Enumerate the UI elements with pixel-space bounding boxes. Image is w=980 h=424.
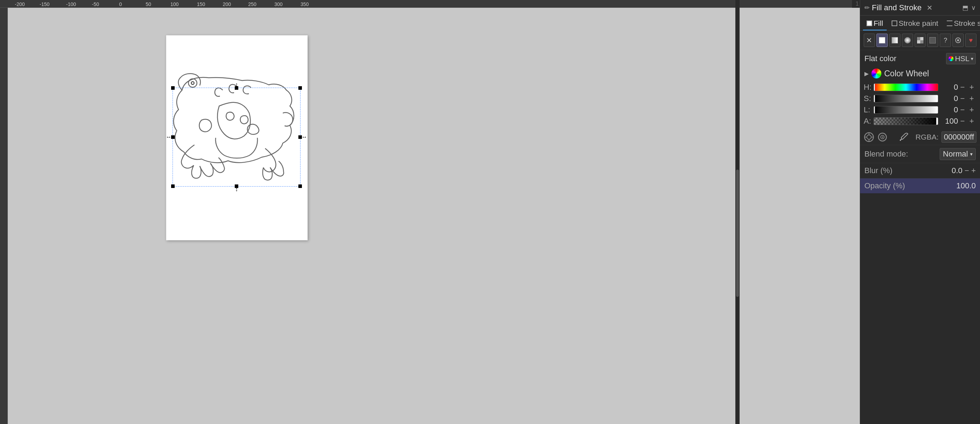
fill-none-button[interactable]: ✕ <box>864 33 875 47</box>
color-harmony-icon[interactable] <box>864 132 874 142</box>
color-model-dot <box>948 56 953 61</box>
slider-h-value: 0 <box>940 83 958 92</box>
fill-stroke-icon: ✏ <box>864 4 870 12</box>
slider-h-thumb[interactable] <box>873 83 875 91</box>
fill-unset-button[interactable]: ♥ <box>965 33 977 47</box>
color-wheel-icon <box>872 68 881 78</box>
svg-point-1 <box>191 82 194 84</box>
blend-mode-dropdown[interactable]: Normal ▾ <box>940 148 976 160</box>
fill-linear-button[interactable] <box>889 33 900 47</box>
ruler-tick: 250 <box>248 2 256 7</box>
slider-a-plus[interactable]: + <box>969 117 977 126</box>
slider-s-minus[interactable]: − <box>960 94 967 103</box>
opacity-value[interactable]: 100.0 <box>956 181 976 191</box>
color-model-label: HSL <box>955 54 969 63</box>
radial-gradient-icon <box>904 37 911 43</box>
document-page: ↕ ↕ ↔ ↔ <box>166 35 307 240</box>
fill-swatch-button[interactable] <box>953 33 964 47</box>
blur-value[interactable]: 0.0 <box>952 166 963 175</box>
panel-header-right: ⬒ ∨ <box>963 4 976 12</box>
svg-point-16 <box>882 137 883 138</box>
scrollbar-track <box>735 0 740 424</box>
blend-mode-label: Blend mode: <box>864 149 908 159</box>
fill-mesh-button[interactable] <box>915 33 926 47</box>
svg-rect-2 <box>917 37 920 40</box>
right-panel: ✏ Fill and Stroke ✕ ⬒ ∨ Fill Stroke pain… <box>860 0 980 424</box>
heart-icon: ♥ <box>969 37 973 44</box>
color-target-icon[interactable] <box>877 132 888 142</box>
fill-radial-button[interactable] <box>902 33 913 47</box>
drawing-svg <box>166 35 307 240</box>
fill-pattern-button[interactable] <box>927 33 938 47</box>
ruler-top: -200 -150 -100 -50 0 50 100 150 200 250 … <box>0 0 860 8</box>
fill-tab-icon <box>867 21 872 26</box>
flat-color-header: Flat color HSL ▾ <box>860 50 980 67</box>
fill-flat-button[interactable] <box>877 33 888 47</box>
slider-s-plus[interactable]: + <box>969 94 977 103</box>
slider-l-thumb[interactable] <box>873 106 875 114</box>
ruler-tick: -100 <box>66 2 76 7</box>
slider-s-thumb[interactable] <box>873 95 875 102</box>
ruler-tick: -50 <box>92 2 99 7</box>
scrollbar-thumb[interactable] <box>736 170 739 297</box>
slider-s-value: 0 <box>940 94 958 103</box>
slider-a-track[interactable] <box>873 117 938 125</box>
blur-row: Blur (%) 0.0 − + <box>860 163 980 178</box>
stroke-paint-label: Stroke paint <box>899 19 938 27</box>
svg-point-9 <box>867 135 872 140</box>
color-harmony-row: RGBA: 000000ff <box>860 129 980 145</box>
blur-plus[interactable]: + <box>971 166 976 175</box>
ruler-tick: 0 <box>119 2 122 7</box>
tab-stroke-paint[interactable]: Stroke paint <box>888 17 942 30</box>
tab-stroke-style[interactable]: Stroke style <box>943 17 980 30</box>
tab-fill[interactable]: Fill <box>863 17 887 30</box>
slider-l-plus[interactable]: + <box>969 105 977 114</box>
svg-point-0 <box>188 79 197 87</box>
svg-rect-3 <box>920 37 923 40</box>
blend-mode-row: Blend mode: Normal ▾ <box>860 145 980 163</box>
flat-color-icon <box>879 37 885 43</box>
slider-h-minus[interactable]: − <box>960 83 967 92</box>
ruler-tick: 50 <box>146 2 151 7</box>
swatch-icon <box>955 37 961 43</box>
panel-expand-icon[interactable]: ⬒ <box>963 4 968 12</box>
panel-title: Fill and Stroke <box>872 3 922 13</box>
slider-a-overlay <box>874 118 938 125</box>
slider-a-label: A: <box>864 117 872 126</box>
color-wheel-chevron: ▶ <box>864 70 869 77</box>
ruler-tick: 350 <box>301 2 309 7</box>
slider-h-plus[interactable]: + <box>969 83 977 92</box>
ruler-tick: -150 <box>40 2 49 7</box>
panel-chevron-icon[interactable]: ∨ <box>971 4 976 12</box>
svg-point-18 <box>900 140 901 141</box>
eyedropper-icon[interactable] <box>899 132 910 142</box>
page-number-icon: 1 <box>856 1 859 7</box>
slider-l-minus[interactable]: − <box>960 105 967 114</box>
fill-unknown-button[interactable]: ? <box>940 33 951 47</box>
svg-point-7 <box>957 39 959 41</box>
slider-a-minus[interactable]: − <box>960 117 967 126</box>
slider-h-track[interactable] <box>873 83 938 91</box>
opacity-controls: 100.0 <box>956 181 976 191</box>
slider-s-track[interactable] <box>873 95 938 102</box>
fill-type-row: ✕ ? <box>860 31 980 50</box>
unknown-icon: ? <box>943 37 947 44</box>
ruler-tick: 200 <box>223 2 231 7</box>
ruler-tick: -200 <box>15 2 25 7</box>
rgba-value[interactable]: 000000ff <box>942 132 977 143</box>
panel-title-area: ✏ Fill and Stroke ✕ <box>864 3 932 13</box>
blur-label: Blur (%) <box>864 166 892 175</box>
panel-close-button[interactable]: ✕ <box>927 3 932 12</box>
blur-minus[interactable]: − <box>964 166 969 175</box>
slider-row-a: A: 100 − + <box>864 117 977 126</box>
rgba-label: RGBA: <box>915 133 938 141</box>
opacity-label: Opacity (%) <box>864 181 905 191</box>
stroke-paint-icon <box>892 21 897 26</box>
corner-indicator: 1 <box>852 0 860 8</box>
color-wheel-row[interactable]: ▶ Color Wheel <box>860 67 980 81</box>
slider-row-l: L: Lightness 0 − + <box>864 105 977 114</box>
linear-gradient-icon <box>892 37 898 43</box>
color-model-dropdown[interactable]: HSL ▾ <box>946 53 976 64</box>
blend-mode-chevron: ▾ <box>970 151 972 157</box>
slider-l-track[interactable]: Lightness <box>873 106 938 114</box>
